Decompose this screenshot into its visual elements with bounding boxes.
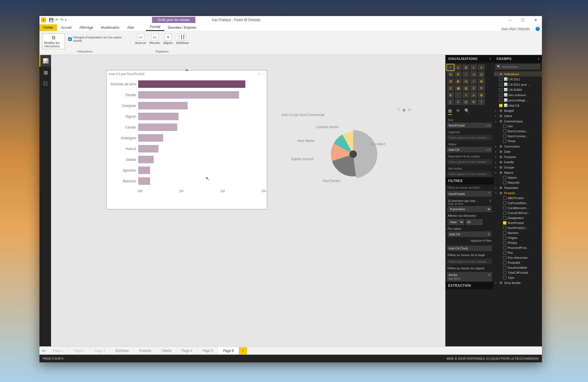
tree-field[interactable]: ABCProduit [494,196,542,201]
viz-type-button[interactable]: ◔ [447,78,454,84]
bar[interactable] [138,91,239,99]
report-canvas[interactable]: ▽ ⋯ total CA par NomProduit Pommes de te… [51,55,445,346]
tree-field[interactable]: ▸▦Communes [494,144,542,149]
field-checkbox[interactable] [503,201,506,205]
tree-field[interactable]: ▸▦Factures [494,154,542,159]
tree-field[interactable]: ▸▦Date [494,149,542,154]
visual-more-icon[interactable]: ⋯ [262,72,265,76]
field-checkbox[interactable] [503,236,506,239]
undo-icon[interactable]: ↶ [55,18,58,22]
tree-field[interactable]: Nature [494,175,542,180]
tree-field[interactable]: NomProduit [494,220,542,225]
tree-field[interactable]: Numero [494,230,542,235]
show-count-input[interactable] [466,219,482,225]
tree-field[interactable]: 📊CA 2011 pour ... [494,82,542,87]
well-remove-icon[interactable]: × [489,273,490,276]
bar-row[interactable]: Pommes de terre [109,79,264,89]
tree-field[interactable]: CaProduitGlo... [494,201,542,206]
viz-type-button[interactable]: ⩎ [455,71,462,77]
help-icon[interactable]: ? [536,27,540,31]
field-checkbox[interactable] [503,135,506,138]
tree-field[interactable]: NatureId [494,180,542,185]
tab-format[interactable]: Format [146,23,164,31]
maximize-button[interactable]: ☐ [517,16,529,24]
viz-type-button[interactable]: ⊞ [478,92,485,98]
viz-type-button[interactable]: ⊡ [447,85,454,91]
page-nav-prev[interactable]: ◂ ▸ [39,349,48,352]
field-checkbox[interactable] [499,99,502,102]
bar[interactable] [138,123,177,131]
viz-type-button[interactable]: ☰ [470,85,477,91]
visual-filter-icon[interactable]: ▽ [258,72,260,76]
field-checkbox[interactable] [503,251,506,254]
user-dropdown-icon[interactable]: ⌄ [532,28,534,30]
tree-field[interactable]: CumulCAProd... [494,210,542,215]
bar-row[interactable]: Bananes [109,176,264,186]
highlight-interaction-icon[interactable]: ◕ [402,107,406,112]
distribute-button[interactable]: ┃┃Distribuer [176,33,189,44]
tree-field[interactable]: Photos [494,240,542,245]
page-filters-well[interactable]: Faites glisser ici les champs... [447,259,492,264]
tree-field[interactable]: ▸▦Famille [494,159,542,165]
viz-type-button[interactable]: ⌇ [462,71,469,77]
pie-chart-visual[interactable]: ▽ ◕ ⊘ total CA par NomCommercial Luc Alb… [281,113,414,223]
viz-type-button[interactable]: ◐ [455,78,462,84]
tree-field[interactable]: ProduitId [494,260,542,265]
page-tab-active[interactable]: Page 6 [218,347,239,354]
field-checkbox[interactable] [503,139,506,143]
field-checkbox[interactable] [503,271,506,274]
field-checkbox[interactable] [499,78,502,81]
bar[interactable] [138,167,150,174]
viz-type-button[interactable]: ⫼ [470,92,477,98]
tree-field[interactable]: ▸▦Sous famille [494,280,542,285]
field-checkbox[interactable] [503,231,506,235]
field-checkbox[interactable] [503,216,506,220]
viz-type-button[interactable]: ⊟ [447,71,454,77]
field-checkbox[interactable] [503,246,506,249]
bar-row[interactable]: Salade [109,154,264,165]
bar-row[interactable]: Haricot [109,143,264,154]
tab-view[interactable]: Affichage [76,24,97,31]
filter-collapse-icon[interactable]: ⌃ [488,192,490,196]
collapse-icon[interactable]: › [490,57,491,61]
filter-type-select[interactable]: N premiers [448,206,491,212]
tree-field[interactable]: NomProduit (... [494,225,542,230]
tree-field[interactable]: ▸▦Budget [494,108,542,113]
viz-type-button[interactable]: ▥ [462,85,469,91]
qat-dropdown-icon[interactable]: ▾ [65,19,66,22]
tree-field[interactable]: NomCommer... [494,134,542,139]
filter-totalca-card[interactable]: total CA (Tout) [447,246,492,251]
field-checkbox[interactable] [503,196,506,200]
field-checkbox[interactable] [499,88,502,91]
field-checkbox[interactable] [503,221,506,225]
format-tab-icon[interactable]: ⟳ [456,108,460,115]
viz-type-button[interactable]: ⫼ [455,64,462,70]
tab-file[interactable]: Fichier [39,24,57,31]
report-filter-year[interactable]: Année× est 2011 [447,272,492,281]
tree-field[interactable]: 📊Nvx scénario [494,92,542,98]
saturation-well[interactable]: Faites glisser ici les champs ... [447,159,492,165]
bar[interactable] [138,156,154,163]
page-tab[interactable]: Produits [134,347,156,354]
page-tab[interactable]: Page 2 [69,347,89,354]
page-tab[interactable]: Page 3 [89,347,110,354]
bar-chart-visual[interactable]: ▽ ⋯ total CA par NomProduit Pommes de te… [106,70,267,209]
viz-type-button[interactable]: ⊞ [478,78,485,84]
viz-type-button[interactable]: ıl [455,99,462,105]
tree-field[interactable]: Origine [494,235,542,240]
field-checkbox[interactable] [503,181,506,184]
viz-type-button[interactable]: ⊞ [462,64,469,70]
bar[interactable] [138,177,150,185]
field-checkbox[interactable] [503,256,506,259]
legend-well[interactable]: Faites glisser ici les champs ... [447,135,492,140]
tree-field[interactable]: 📊CA SORA [494,87,542,92]
bring-forward-button[interactable]: ▭Avancer [135,33,146,44]
bar-row[interactable]: Courgette [109,100,264,111]
viz-type-button[interactable]: ⫿ [470,64,477,70]
statusbar-update-link[interactable]: MISE À JOUR DISPONIBLE (CLIQUEZ POUR LA … [446,357,539,360]
tree-field[interactable]: ▸▦Nature [494,170,542,175]
filter-clear-icon[interactable]: ⊘ [489,199,491,202]
viz-type-button[interactable]: ⊕ [447,92,454,98]
tree-field[interactable]: IcId [494,124,542,129]
viz-type-button[interactable]: ⫿ [447,99,454,105]
